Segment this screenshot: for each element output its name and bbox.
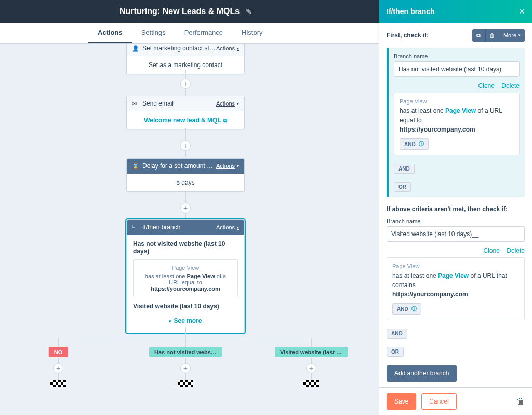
more-menu[interactable]: More▾ <box>499 29 525 42</box>
add-action-button[interactable]: + <box>180 140 191 151</box>
node-actions-menu[interactable]: Actions▾ <box>216 45 239 51</box>
and-group-button[interactable]: AND <box>394 164 415 174</box>
chevron-down-icon: ▾ <box>169 319 171 324</box>
see-more-button[interactable]: ▾See more <box>133 314 238 328</box>
node-title: Delay for a set amount of time <box>142 162 216 170</box>
and-filter-button[interactable]: ANDⓘ <box>392 303 421 315</box>
branch-title: Has not visited website (last 10 days) <box>133 240 238 255</box>
delete-link[interactable]: Delete <box>507 247 525 254</box>
criteria-card[interactable]: Page View has at least one Page View of … <box>394 93 520 155</box>
save-button[interactable]: Save <box>387 393 416 410</box>
branch-name-input[interactable] <box>394 61 520 77</box>
branch-label-no[interactable]: NO <box>49 347 68 357</box>
branch-2-editor: Branch name Clone Delete Page View has a… <box>387 218 525 357</box>
delete-link[interactable]: Delete <box>501 82 520 89</box>
connector <box>58 338 311 338</box>
connector <box>58 338 59 347</box>
branch-name-input[interactable] <box>387 226 525 242</box>
branch-label-1[interactable]: Has not visited website… <box>149 347 222 357</box>
page-view-label: Page View <box>400 98 514 105</box>
tab-bar: Actions Settings Performance History <box>0 23 379 44</box>
node-body: 5 days <box>127 174 244 191</box>
node-title: Set marketing contact status <box>142 45 216 52</box>
trash-icon[interactable]: 🗑 <box>486 29 499 42</box>
node-title: Send email <box>142 100 216 107</box>
clone-link[interactable]: Clone <box>478 82 495 89</box>
criteria-text: has at least one Page View of a URL equa… <box>400 106 514 134</box>
node-delay[interactable]: ⌛ Delay for a set amount of time Actions… <box>126 158 245 192</box>
page-view-label: Page View <box>139 265 232 271</box>
node-send-email[interactable]: ✉ Send email Actions▾ Welcome new lead &… <box>126 96 245 129</box>
add-action-button[interactable]: + <box>53 363 63 373</box>
branch-label-2[interactable]: Visited website (last 10… <box>275 347 348 357</box>
clone-link[interactable]: Clone <box>484 247 500 254</box>
tab-performance[interactable]: Performance <box>175 23 232 43</box>
panel-footer: Save Cancel 🗑 <box>379 387 532 415</box>
close-icon[interactable]: × <box>519 6 525 17</box>
first-check-label: First, check if: <box>387 32 429 39</box>
workflow-end-marker <box>303 380 319 387</box>
criteria-text: has at least one Page View of a URL that… <box>392 271 519 299</box>
panel-title: If/then branch <box>387 7 435 16</box>
node-title: If/then branch <box>142 224 216 231</box>
and-filter-button[interactable]: ANDⓘ <box>400 138 429 150</box>
criteria-card[interactable]: Page View has at least one Page View of … <box>387 257 525 320</box>
page-view-label: Page View <box>392 263 519 269</box>
or-group-button[interactable]: OR <box>387 347 404 357</box>
cancel-button[interactable]: Cancel <box>421 393 456 410</box>
panel-header: If/then branch × <box>379 0 532 23</box>
node-actions-menu[interactable]: Actions▾ <box>216 100 239 107</box>
trash-icon[interactable]: 🗑 <box>516 397 525 406</box>
criteria-summary: Page View has at least one Page View of … <box>133 259 238 297</box>
external-link-icon: ⧉ <box>223 118 227 123</box>
node-actions-menu[interactable]: Actions▾ <box>216 224 239 230</box>
workflow-header: Nurturing: New Leads & MQLs ✎ <box>0 0 379 23</box>
branch-1-editor: Branch name Clone Delete Page View has a… <box>387 48 525 197</box>
tab-actions[interactable]: Actions <box>88 23 132 43</box>
branch-editor-panel: If/then branch × First, check if: ⧉ 🗑 Mo… <box>379 0 532 415</box>
panel-toolbar: ⧉ 🗑 More▾ <box>472 29 525 42</box>
workflow-end-marker <box>50 380 66 387</box>
edit-title-icon[interactable]: ✎ <box>246 7 252 16</box>
add-action-button[interactable]: + <box>306 363 316 373</box>
add-branch-button[interactable]: Add another branch <box>387 365 457 382</box>
add-action-button[interactable]: + <box>180 203 191 213</box>
branch-icon: ⑂ <box>132 224 139 230</box>
node-actions-menu[interactable]: Actions▾ <box>216 163 239 169</box>
info-icon: ⓘ <box>411 305 417 313</box>
connector <box>185 327 186 338</box>
workflow-canvas[interactable]: 👤 Set marketing contact status Actions▾ … <box>0 44 379 415</box>
tab-history[interactable]: History <box>232 23 272 43</box>
workflow-title: Nurturing: New Leads & MQLs <box>119 7 240 16</box>
copy-icon[interactable]: ⧉ <box>472 29 486 42</box>
envelope-icon: ✉ <box>132 100 139 107</box>
person-icon: 👤 <box>132 45 139 52</box>
workflow-end-marker <box>178 380 193 387</box>
second-check-label: If above criteria aren't met, then check… <box>387 205 525 213</box>
info-icon: ⓘ <box>419 140 424 148</box>
node-if-then-branch[interactable]: ⑂ If/then branch Actions▾ Has not visite… <box>126 219 245 333</box>
branch-title: Visited website (last 10 days) <box>133 303 238 310</box>
and-group-button[interactable]: AND <box>387 329 407 339</box>
branch-name-label: Branch name <box>394 53 520 59</box>
branch-name-label: Branch name <box>387 218 525 224</box>
add-action-button[interactable]: + <box>180 363 191 373</box>
hourglass-icon: ⌛ <box>132 163 139 170</box>
add-action-button[interactable]: + <box>180 79 191 89</box>
email-link[interactable]: Welcome new lead & MQL⧉ <box>127 111 244 129</box>
tab-settings[interactable]: Settings <box>132 23 175 43</box>
connector <box>311 338 312 347</box>
connector <box>185 338 186 347</box>
or-group-button[interactable]: OR <box>394 182 411 192</box>
